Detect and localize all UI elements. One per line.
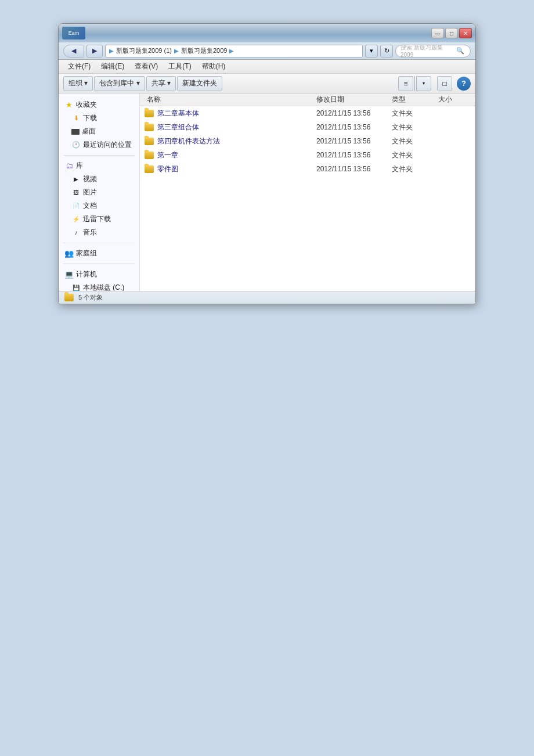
statusbar-folder-icon <box>64 294 74 301</box>
sidebar-section-favorites[interactable]: ★ 收藏夹 <box>61 98 137 111</box>
address-dropdown[interactable]: ▾ <box>365 45 378 57</box>
folder-icon-1 <box>145 124 154 131</box>
menu-view[interactable]: 查看(V) <box>130 60 163 73</box>
sidebar-thunder-label: 迅雷下载 <box>83 214 111 224</box>
file-date-1: 2012/11/15 13:56 <box>314 123 389 131</box>
path-arrow-2: ▶ <box>174 48 179 54</box>
menu-help[interactable]: 帮助(H) <box>197 60 230 73</box>
titlebar-icon: Eam <box>62 27 85 39</box>
back-button[interactable]: ◀ <box>63 45 84 57</box>
file-list: 名称 修改日期 类型 大小 第二章基本体 2012/11/15 13:56 文件… <box>140 93 475 291</box>
sidebar-section-library[interactable]: 🗂 库 <box>61 159 137 172</box>
sidebar-download-label: 下载 <box>83 113 97 123</box>
favorites-icon: ★ <box>64 100 74 110</box>
file-type-0: 文件夹 <box>389 109 436 118</box>
close-button[interactable]: ✕ <box>459 28 472 38</box>
sidebar-pictures-label: 图片 <box>83 188 97 197</box>
minimize-button[interactable]: — <box>431 28 444 38</box>
explorer-window: Eam — □ ✕ ◀ ▶ ▶ 新版习题集2009 (1) ▶ 新版习题集200… <box>58 23 476 304</box>
sidebar-item-desktop[interactable]: 桌面 <box>61 125 137 138</box>
sidebar-item-pictures[interactable]: 🖼 图片 <box>61 186 137 199</box>
menu-edit[interactable]: 编辑(E) <box>96 60 129 73</box>
addressbar: ◀ ▶ ▶ 新版习题集2009 (1) ▶ 新版习题集2009 ▶ ▾ ↻ 搜索… <box>59 42 475 60</box>
search-icon[interactable]: 🔍 <box>455 46 466 56</box>
sidebar-item-music[interactable]: ♪ 音乐 <box>61 226 137 239</box>
forward-button[interactable]: ▶ <box>86 45 103 57</box>
file-date-4: 2012/11/15 13:56 <box>314 165 389 173</box>
sidebar-section-homegroup[interactable]: 👥 家庭组 <box>61 247 137 260</box>
search-box[interactable]: 搜索 新版习题集2009 🔍 <box>395 45 471 57</box>
file-type-4: 文件夹 <box>389 164 436 174</box>
sidebar-item-documents[interactable]: 📄 文档 <box>61 199 137 213</box>
file-name-1: 第三章组合体 <box>145 123 314 132</box>
library-icon: 🗂 <box>64 161 74 171</box>
path-arrow-1: ▶ <box>109 48 114 54</box>
view-mode-button[interactable]: ≡ <box>398 76 413 91</box>
path-part-1[interactable]: 新版习题集2009 (1) <box>116 46 172 55</box>
sidebar-item-recent[interactable]: 🕐 最近访问的位置 <box>61 138 137 152</box>
file-type-3: 文件夹 <box>389 150 436 160</box>
sidebar-music-label: 音乐 <box>83 228 97 237</box>
folder-icon-4 <box>145 165 154 173</box>
sidebar-item-thunder[interactable]: ⚡ 迅雷下载 <box>61 213 137 226</box>
column-size[interactable]: 大小 <box>436 95 471 105</box>
include-library-button[interactable]: 包含到库中 ▾ <box>94 76 145 91</box>
organize-button[interactable]: 组织 ▾ <box>63 76 93 91</box>
new-folder-button[interactable]: 新建文件夹 <box>177 76 222 91</box>
file-type-1: 文件夹 <box>389 123 436 132</box>
file-date-0: 2012/11/15 13:56 <box>314 109 389 117</box>
table-row[interactable]: 第二章基本体 2012/11/15 13:56 文件夹 <box>140 106 475 120</box>
path-arrow-3: ▶ <box>229 48 234 54</box>
share-button[interactable]: 共享 ▾ <box>146 76 176 91</box>
video-icon: ▶ <box>71 175 81 184</box>
pane-button[interactable]: □ <box>437 76 452 91</box>
folder-icon-2 <box>145 138 154 145</box>
content-area: ★ 收藏夹 ⬇ 下载 桌面 🕐 最近访问的位置 🗂 库 ▶ <box>59 93 475 291</box>
sidebar-recent-label: 最近访问的位置 <box>83 140 132 150</box>
menu-tools[interactable]: 工具(T) <box>164 60 196 73</box>
sidebar-divider-1 <box>63 155 135 156</box>
column-name[interactable]: 名称 <box>145 95 314 105</box>
sidebar-video-label: 视频 <box>83 174 97 184</box>
table-row[interactable]: 第四章机件表达方法 2012/11/15 13:56 文件夹 <box>140 134 475 148</box>
sidebar-desktop-label: 桌面 <box>82 127 96 136</box>
sidebar-item-download[interactable]: ⬇ 下载 <box>61 111 137 125</box>
file-name-2: 第四章机件表达方法 <box>145 136 314 146</box>
help-button[interactable]: ? <box>457 77 471 91</box>
desktop-icon <box>71 129 80 135</box>
table-row[interactable]: 第一章 2012/11/15 13:56 文件夹 <box>140 148 475 162</box>
table-row[interactable]: 第三章组合体 2012/11/15 13:56 文件夹 <box>140 120 475 134</box>
search-placeholder: 搜索 新版习题集2009 <box>400 44 453 58</box>
file-name-0: 第二章基本体 <box>145 109 314 118</box>
column-date[interactable]: 修改日期 <box>314 95 389 105</box>
sidebar-disk-c-label: 本地磁盘 (C:) <box>83 283 124 291</box>
path-part-2[interactable]: 新版习题集2009 <box>181 46 227 55</box>
sidebar-item-disk-c[interactable]: 💾 本地磁盘 (C:) <box>61 281 137 291</box>
folder-icon-0 <box>145 110 154 117</box>
folder-icon-3 <box>145 152 154 159</box>
maximize-button[interactable]: □ <box>445 28 458 38</box>
pictures-icon: 🖼 <box>71 188 81 197</box>
computer-icon: 💻 <box>64 270 74 279</box>
refresh-button[interactable]: ↻ <box>380 45 393 57</box>
toolbar: 组织 ▾ 包含到库中 ▾ 共享 ▾ 新建文件夹 ≡ ▾ □ ? <box>59 74 475 93</box>
file-name-4: 零件图 <box>145 164 314 174</box>
sidebar-item-video[interactable]: ▶ 视频 <box>61 172 137 186</box>
documents-icon: 📄 <box>71 201 81 211</box>
view-dropdown-button[interactable]: ▾ <box>416 76 431 91</box>
sidebar-divider-2 <box>63 243 135 243</box>
menubar: 文件(F) 编辑(E) 查看(V) 工具(T) 帮助(H) <box>59 60 475 74</box>
statusbar-count: 5 个对象 <box>78 293 103 302</box>
menu-file[interactable]: 文件(F) <box>63 60 95 73</box>
file-date-3: 2012/11/15 13:56 <box>314 151 389 159</box>
address-path[interactable]: ▶ 新版习题集2009 (1) ▶ 新版习题集2009 ▶ <box>105 45 363 57</box>
sidebar: ★ 收藏夹 ⬇ 下载 桌面 🕐 最近访问的位置 🗂 库 ▶ <box>59 93 140 291</box>
file-list-header: 名称 修改日期 类型 大小 <box>140 93 475 106</box>
sidebar-section-computer[interactable]: 💻 计算机 <box>61 268 137 281</box>
disk-c-icon: 💾 <box>71 283 81 291</box>
file-date-2: 2012/11/15 13:56 <box>314 137 389 145</box>
recent-icon: 🕐 <box>71 141 81 150</box>
table-row[interactable]: 零件图 2012/11/15 13:56 文件夹 <box>140 162 475 176</box>
statusbar: 5 个对象 <box>59 291 475 304</box>
column-type[interactable]: 类型 <box>389 95 436 105</box>
